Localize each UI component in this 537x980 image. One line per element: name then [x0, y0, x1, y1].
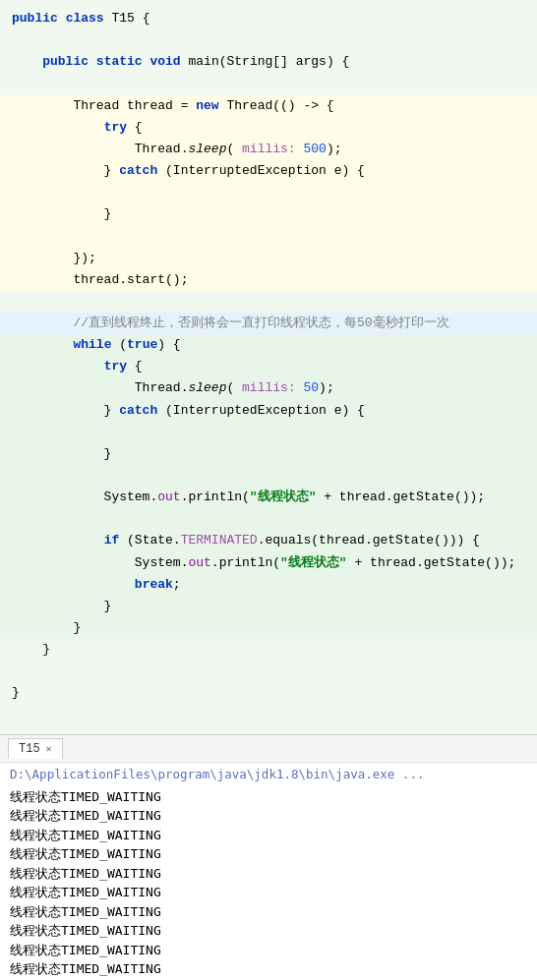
code-line-9 — [0, 182, 537, 203]
code-line-26: System.out.println("线程状态" + thread.getSt… — [0, 552, 537, 574]
code-line-1: public class T15 { — [0, 8, 537, 29]
console-output-line-6: 线程状态TIMED_WAITING — [10, 883, 527, 902]
code-line-7: Thread.sleep( millis: 500); — [0, 139, 537, 160]
console-output-line-9: 线程状态TIMED_WAITING — [10, 941, 527, 960]
console-output-line-4: 线程状态TIMED_WAITING — [10, 844, 527, 864]
code-line-15: //直到线程终止，否则将会一直打印线程状态，每50毫秒打印一次 — [0, 313, 537, 334]
console-output-line-1: 线程状态TIMED_WAITING — [10, 787, 527, 807]
code-line-11 — [0, 225, 537, 247]
code-line-25: if (State.TERMINATED.equals(thread.getSt… — [0, 530, 537, 551]
code-line-30: } — [0, 639, 537, 661]
console-output: 线程状态TIMED_WAITING 线程状态TIMED_WAITING 线程状态… — [0, 785, 537, 980]
code-line-10: } — [0, 203, 537, 225]
code-line-32: } — [0, 682, 537, 704]
console-tab-close[interactable]: ✕ — [46, 743, 52, 755]
code-line-16: while (true) { — [0, 334, 537, 356]
code-line-22 — [0, 465, 537, 487]
code-line-14 — [0, 291, 537, 313]
code-line-17: try { — [0, 356, 537, 377]
console-tab-bar: T15 ✕ — [0, 735, 537, 763]
code-line-23: System.out.println("线程状态" + thread.getSt… — [0, 487, 537, 508]
code-line-19: } catch (InterruptedException e) { — [0, 400, 537, 422]
code-line-20 — [0, 422, 537, 443]
code-line-3: public static void main(String[] args) { — [0, 51, 537, 73]
console-output-line-2: 线程状态TIMED_WAITING — [10, 806, 527, 826]
code-line-13: thread.start(); — [0, 269, 537, 291]
code-line-28: } — [0, 596, 537, 617]
code-editor: public class T15 { public static void ma… — [0, 0, 537, 734]
code-line-31 — [0, 661, 537, 682]
console-path: D:\ApplicationFiles\program\java\jdk1.8\… — [0, 763, 537, 785]
code-line-2 — [0, 29, 537, 51]
console-tab-t15[interactable]: T15 ✕ — [8, 738, 63, 759]
code-line-5: Thread thread = new Thread(() -> { — [0, 95, 537, 117]
console-output-line-8: 线程状态TIMED_WAITING — [10, 921, 527, 941]
code-line-21: } — [0, 443, 537, 465]
console-output-line-10: 线程状态TIMED_WAITING — [10, 959, 527, 979]
code-line-6: try { — [0, 117, 537, 139]
console-panel: T15 ✕ D:\ApplicationFiles\program\java\j… — [0, 734, 537, 980]
code-line-29: } — [0, 617, 537, 639]
code-line-18: Thread.sleep( millis: 50); — [0, 377, 537, 399]
console-output-line-3: 线程状态TIMED_WAITING — [10, 826, 527, 845]
code-line-27: break; — [0, 574, 537, 596]
code-line-12: }); — [0, 248, 537, 269]
code-line-24 — [0, 508, 537, 530]
code-line-8: } catch (InterruptedException e) { — [0, 160, 537, 182]
console-output-line-7: 线程状态TIMED_WAITING — [10, 902, 527, 922]
console-output-line-5: 线程状态TIMED_WAITING — [10, 864, 527, 884]
code-line-33 — [0, 705, 537, 726]
code-line-4 — [0, 73, 537, 94]
console-tab-label: T15 — [19, 742, 40, 756]
